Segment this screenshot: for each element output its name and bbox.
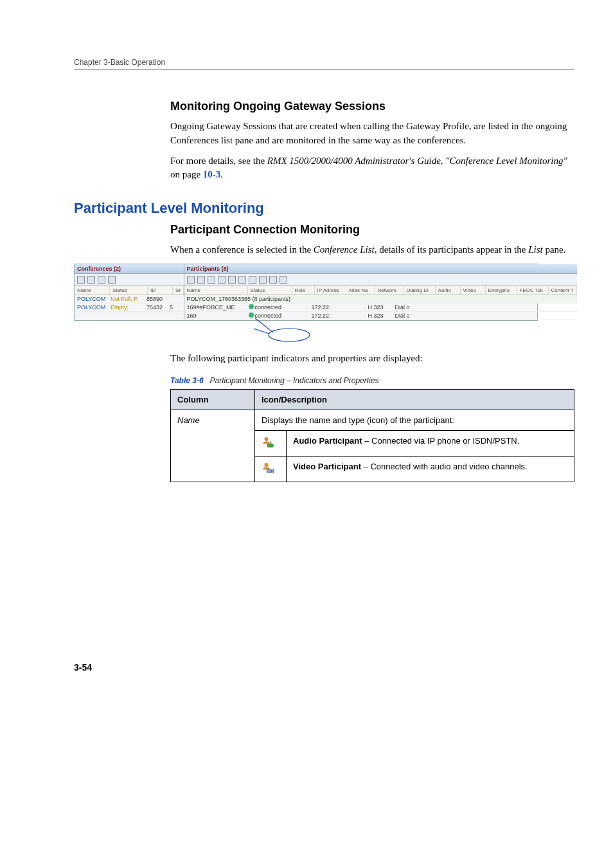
col-header[interactable]: Content T [549, 286, 577, 294]
col-header[interactable]: Video [461, 286, 486, 294]
table-row: Name Displays the name and type (icon) o… [171, 410, 574, 430]
conf-name: POLYCOM [77, 296, 107, 302]
part-status: connected [249, 304, 287, 311]
toolbar-icon[interactable] [87, 276, 95, 284]
ui-term: Conference List [314, 244, 375, 255]
col-header[interactable]: Encryptio [486, 286, 517, 294]
toolbar-icon[interactable] [280, 276, 287, 284]
text: on page [170, 169, 203, 179]
conference-row[interactable]: POLYCOM Not Full; F 85890 [75, 295, 184, 303]
toolbar-icon[interactable] [98, 276, 105, 284]
toolbar-icon[interactable] [249, 276, 256, 284]
body-paragraph: The following participant indicators and… [170, 352, 574, 366]
col-header[interactable]: Dialing Di [404, 286, 436, 294]
toolbar-icon[interactable] [218, 276, 226, 284]
icon-cell [255, 430, 287, 456]
col-header-column: Column [171, 389, 255, 410]
book-title: RMX 1500/2000/4000 Administrator's Guide [267, 156, 441, 166]
table-caption: Table 3-6 Participant Monitoring – Indic… [170, 376, 574, 385]
col-header[interactable]: ID [148, 286, 173, 294]
body-paragraph: For more details, see the RMX 1500/2000/… [170, 154, 574, 183]
callout-shape-icon [254, 317, 312, 343]
conf-status: Not Full; F [111, 296, 143, 302]
part-dial: Dial o [395, 304, 421, 311]
ui-term: List [528, 244, 543, 255]
toolbar-icon[interactable] [197, 276, 205, 284]
col-header[interactable]: Network [375, 286, 404, 294]
toolbar-icon[interactable] [259, 276, 267, 284]
conferences-columns: Name Status ID St [75, 286, 184, 295]
page-number: 3-54 [74, 662, 574, 673]
col-header[interactable]: Status [248, 286, 292, 294]
conf-name: POLYCOM [77, 304, 107, 311]
participant-group-row[interactable]: POLYCOM_1760363365 (8 participants) [184, 295, 577, 303]
col-header-description: Icon/Description [255, 389, 574, 410]
text: – Connected via IP phone or ISDN/PSTN. [362, 436, 520, 446]
conf-id: 75432 [147, 304, 166, 311]
participants-columns: Name Status Role IP Addres Alias Na Netw… [184, 286, 577, 295]
toolbar-icon[interactable] [77, 276, 85, 284]
toolbar-icon[interactable] [228, 276, 236, 284]
page-ref-link[interactable]: 10-3 [203, 169, 221, 179]
col-header[interactable]: Name [75, 286, 110, 294]
toolbar-icon[interactable] [238, 276, 246, 284]
body-paragraph: When a conference is selected in the Con… [170, 243, 574, 257]
term: Audio Participant [293, 436, 362, 446]
text: – Connected with audio and video channel… [361, 462, 528, 471]
part-ip: 172.22. [312, 304, 337, 311]
conferences-toolbar [75, 274, 184, 286]
connected-icon [249, 304, 254, 309]
col-header[interactable]: St [173, 286, 184, 294]
conf-st: 5 [170, 304, 173, 311]
callout-bubble [254, 317, 574, 345]
row-label-name: Name [171, 410, 255, 482]
col-header[interactable]: Alias Na [346, 286, 375, 294]
part-name: 169 [187, 312, 245, 319]
svg-marker-5 [272, 469, 274, 473]
row-description: Video Participant – Connected with audio… [287, 456, 574, 482]
text: For more details, see the [170, 156, 267, 166]
col-header[interactable]: Role [292, 286, 315, 294]
participants-toolbar [184, 274, 577, 286]
body-paragraph: Ongoing Gateway Sessions that are create… [170, 120, 574, 148]
col-header[interactable]: Audio [436, 286, 461, 294]
app-screenshot: Conferences (2) Name Status ID St [74, 264, 538, 321]
text: , details of its participants appear in … [375, 244, 529, 255]
main-heading: Participant Level Monitoring [74, 200, 574, 217]
conference-row[interactable]: POLYCOM Empty; 75432 5 [75, 303, 184, 312]
col-header[interactable]: Status [110, 286, 148, 294]
section-heading-participant: Participant Connection Monitoring [170, 223, 574, 237]
toolbar-icon[interactable] [269, 276, 277, 284]
text: When a conference is selected in the [170, 244, 314, 255]
col-header[interactable]: FECC Tok [517, 286, 549, 294]
participant-row[interactable]: 169##FORCE_ME connected 172.22. H.323 Di… [184, 303, 577, 312]
text: . [220, 169, 223, 179]
conf-status: Empty; [111, 304, 143, 311]
toolbar-icon[interactable] [187, 276, 195, 284]
audio-participant-icon [262, 436, 274, 449]
svg-point-3 [265, 463, 268, 466]
table-header-row: Column Icon/Description [171, 389, 574, 410]
video-participant-icon [262, 462, 274, 475]
toolbar-icon[interactable] [108, 276, 116, 284]
col-header[interactable]: Name [184, 286, 248, 294]
svg-point-0 [269, 329, 310, 341]
participants-pane: Participants (8) Name [184, 264, 577, 320]
svg-rect-2 [267, 444, 273, 447]
toolbar-icon[interactable] [208, 276, 215, 284]
header-rule [74, 69, 574, 70]
conferences-pane: Conferences (2) Name Status ID St [75, 264, 184, 320]
col-header[interactable]: IP Addres [315, 286, 346, 294]
part-network: H.323 [368, 304, 391, 311]
running-header: Chapter 3-Basic Operation [74, 58, 574, 67]
section-heading-gateway: Monitoring Ongoing Gateway Sessions [170, 100, 574, 113]
svg-point-1 [265, 437, 268, 440]
svg-rect-4 [267, 469, 272, 473]
properties-table: Column Icon/Description Name Displays th… [170, 389, 574, 482]
text: pane. [543, 244, 566, 255]
table-label: Table 3-6 [170, 376, 204, 385]
participants-header: Participants (8) [184, 264, 577, 274]
part-name: 169##FORCE_ME [187, 304, 245, 311]
conf-id: 85890 [147, 296, 163, 302]
row-description: Displays the name and type (icon) of the… [255, 410, 574, 430]
